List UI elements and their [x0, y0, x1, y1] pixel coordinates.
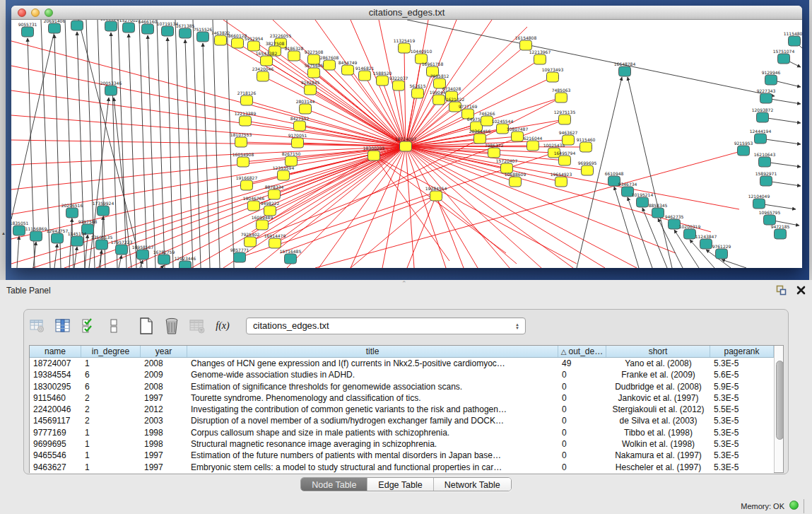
- table-cell[interactable]: 0: [558, 462, 606, 473]
- table-cell[interactable]: Franke et al. (2009): [606, 369, 710, 380]
- graph-node[interactable]: 15892971: [755, 171, 777, 186]
- column-header-short[interactable]: short: [606, 346, 710, 357]
- graph-node[interactable]: 16054908: [233, 152, 254, 167]
- graph-node[interactable]: 9699695: [578, 160, 597, 175]
- graph-edge[interactable]: [315, 151, 743, 268]
- new-table-icon[interactable]: [136, 315, 157, 337]
- graph-edge[interactable]: [628, 77, 672, 268]
- table-cell[interactable]: Yano et al. (2008): [606, 358, 710, 369]
- table-row[interactable]: 1938455462009Genome-wide association stu…: [30, 369, 774, 380]
- table-cell[interactable]: 2003: [141, 415, 187, 426]
- table-cell[interactable]: Corpus callosum shape and size in male p…: [187, 427, 558, 438]
- table-cell[interactable]: Hescheler et al. (1997): [606, 462, 710, 473]
- graph-edge[interactable]: [148, 35, 155, 268]
- graph-node[interactable]: 7515526: [194, 27, 213, 42]
- table-cell[interactable]: 5.3E-5: [710, 438, 774, 450]
- table-cell[interactable]: 18724007: [30, 358, 81, 369]
- table-cell[interactable]: 9115460: [30, 392, 81, 404]
- graph-node[interactable]: 20206516: [61, 203, 83, 218]
- table-cell[interactable]: 0: [558, 369, 606, 380]
- select-all-icon[interactable]: [78, 315, 99, 337]
- graph-edge[interactable]: [119, 255, 122, 268]
- unselect-all-icon[interactable]: [103, 315, 124, 337]
- table-row[interactable]: 1830029562008Estimation of significance …: [30, 381, 774, 392]
- table-row[interactable]: 911546021997Tourette syndrome. Phenomeno…: [30, 392, 774, 404]
- table-settings-icon[interactable]: [27, 315, 48, 337]
- table-cell[interactable]: 1998: [141, 438, 187, 450]
- graph-node[interactable]: 19166827: [236, 175, 258, 190]
- graph-node[interactable]: 11156869: [25, 226, 47, 241]
- table-cell[interactable]: 0: [558, 427, 606, 438]
- table-cell[interactable]: 22420046: [30, 404, 81, 415]
- graph-edge[interactable]: [628, 197, 652, 268]
- panel-resize-grip[interactable]: ⌃: [401, 280, 407, 287]
- graph-edge[interactable]: [167, 37, 173, 268]
- table-cell[interactable]: 5.9E-5: [710, 381, 774, 392]
- show-column-icon[interactable]: [52, 315, 73, 337]
- graph-edge[interactable]: [275, 98, 561, 243]
- graph-edge[interactable]: [193, 20, 201, 268]
- table-cell[interactable]: Jankovic et al. (1997): [606, 392, 710, 404]
- graph-node[interactable]: 16543382: [256, 51, 278, 66]
- table-cell[interactable]: 18300295: [30, 381, 81, 392]
- table-row[interactable]: 977716911998Corpus callosum shape and si…: [30, 427, 774, 438]
- graph-node[interactable]: 10965795: [759, 210, 781, 225]
- table-cell[interactable]: 1: [81, 462, 141, 473]
- table-cell[interactable]: de Silva et al. (2003): [606, 415, 710, 426]
- table-row[interactable]: 969969511998Structural magnetic resonanc…: [30, 438, 774, 450]
- table-cell[interactable]: 9463627: [30, 462, 81, 473]
- graph-node[interactable]: 6216044: [524, 136, 543, 151]
- graph-node[interactable]: 9215953: [734, 141, 753, 156]
- graph-node[interactable]: 8267150: [282, 151, 301, 166]
- column-header-out_de[interactable]: △out_de…: [558, 346, 606, 357]
- table-row[interactable]: 946362711997Embryonic stem cells: a mode…: [30, 462, 774, 473]
- table-cell[interactable]: 2: [81, 415, 141, 426]
- graph-node[interactable]: 7485063: [552, 88, 571, 103]
- graph-node[interactable]: 16210643: [754, 152, 776, 167]
- graph-node[interactable]: 20691406: [44, 20, 66, 33]
- graph-edge[interactable]: [175, 20, 183, 268]
- table-cell[interactable]: 2: [81, 404, 141, 415]
- graph-edge[interactable]: [374, 156, 449, 261]
- graph-edge[interactable]: [98, 20, 105, 268]
- graph-node[interactable]: 7925402: [241, 232, 260, 247]
- table-cell[interactable]: 1997: [141, 392, 187, 404]
- graph-edge[interactable]: [406, 146, 739, 209]
- table-cell[interactable]: 5.3E-5: [710, 415, 774, 426]
- table-cell[interactable]: 0: [558, 438, 606, 450]
- graph-node[interactable]: 12213967: [529, 49, 551, 64]
- graph-edge[interactable]: [305, 109, 406, 146]
- graph-edge[interactable]: [85, 235, 88, 268]
- scrollbar-thumb[interactable]: [776, 361, 784, 440]
- graph-edge[interactable]: [406, 146, 676, 253]
- table-cell[interactable]: Embryonic stem cells: a model to study s…: [187, 462, 558, 473]
- table-cell[interactable]: 2: [81, 392, 141, 404]
- table-cell[interactable]: 2008: [141, 358, 187, 369]
- graph-node[interactable]: 9242845: [301, 80, 320, 95]
- table-row[interactable]: 2242004622012Investigating the contribut…: [30, 404, 774, 415]
- graph-node[interactable]: 11154808: [784, 31, 802, 46]
- table-cell[interactable]: 2012: [141, 404, 187, 415]
- graph-edge[interactable]: [406, 146, 414, 268]
- graph-edge[interactable]: [407, 20, 775, 96]
- table-cell[interactable]: 14569117: [30, 415, 81, 426]
- graph-edge[interactable]: [54, 244, 57, 268]
- table-cell[interactable]: 5.3E-5: [710, 450, 774, 461]
- network-canvas[interactable]: 9055731206914061601729610653287152700264…: [11, 20, 802, 268]
- graph-edge[interactable]: [11, 146, 406, 165]
- table-cell[interactable]: Dudbridge et al. (2008): [606, 381, 710, 392]
- graph-node[interactable]: 16958167: [132, 245, 154, 259]
- table-cell[interactable]: Genome-wide association studies in ADHD.: [187, 369, 558, 380]
- table-cell[interactable]: 0: [558, 392, 606, 404]
- tab-node-table[interactable]: Node Table: [301, 478, 367, 491]
- graph-edge[interactable]: [406, 146, 510, 268]
- table-cell[interactable]: Investigating the contribution of common…: [187, 404, 558, 415]
- graph-edge[interactable]: [614, 187, 639, 268]
- table-row[interactable]: 946554611997Estimation of the future num…: [30, 450, 774, 461]
- table-cell[interactable]: Tibbo et al. (1998): [606, 427, 710, 438]
- table-cell[interactable]: Estimation of significance thresholds fo…: [187, 381, 558, 392]
- graph-node[interactable]: 562615: [410, 83, 426, 98]
- graph-node[interactable]: 5675685: [305, 63, 324, 78]
- graph-edge[interactable]: [406, 146, 565, 160]
- table-cell[interactable]: 6: [81, 369, 141, 380]
